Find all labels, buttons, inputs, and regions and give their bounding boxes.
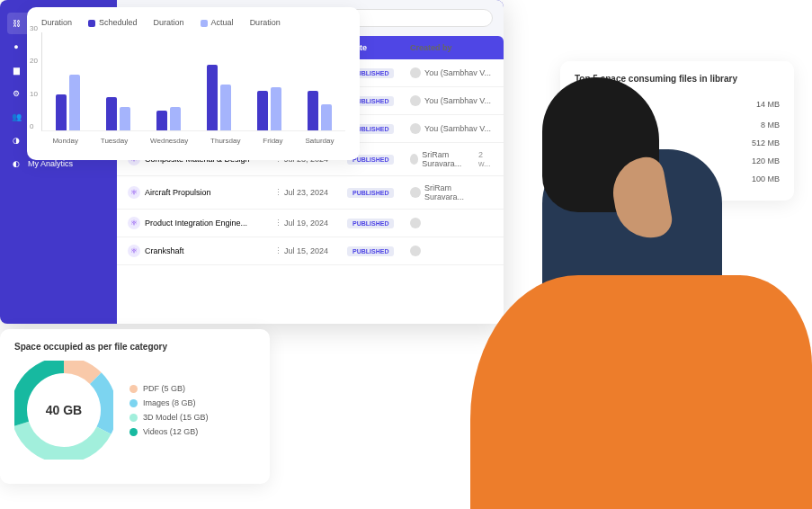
file-size: 8 MB [761, 121, 780, 129]
legend-item: Videos (12 GB) [129, 427, 209, 436]
legend-scheduled: Scheduled [99, 18, 138, 27]
avatar [410, 95, 421, 106]
row-created-by: SriRam Suravara... [424, 183, 493, 201]
bar [120, 107, 130, 130]
avatar [410, 154, 418, 165]
donut-legend: PDF (5 GB)Images (8 GB)3D Model (15 GB)V… [129, 379, 209, 442]
legend-item: PDF (5 GB) [129, 384, 209, 393]
legend-dot [129, 428, 138, 436]
legend-label: Images (8 GB) [143, 398, 196, 407]
file-row[interactable]: 512 MB [575, 134, 780, 152]
state-badge: PUBLISHED [347, 246, 394, 256]
chart-x-axis: MondayTuesdayWednesdayThursdayFridaySatu… [41, 137, 345, 145]
file-name: IMG [594, 99, 610, 108]
bar [308, 91, 318, 130]
row-date: Jul 15, 2024 [284, 246, 347, 255]
x-tick-label: Tuesday [101, 137, 128, 145]
table-row[interactable]: ⚛Aircraft Propulsion⋮Jul 23, 2024PUBLISH… [117, 176, 504, 210]
legend-item: Images (8 GB) [129, 398, 209, 407]
bar [321, 104, 332, 130]
file-thumb-icon [575, 97, 589, 112]
legend-dur: Duration [41, 18, 72, 27]
table-row[interactable]: ⚛Crankshaft⋮Jul 15, 2024PUBLISHED [117, 237, 504, 265]
bar [220, 85, 231, 130]
row-title: Product Integration Engine... [145, 219, 247, 228]
row-created-by: You (Sambhav V... [424, 68, 491, 77]
donut-center-label: 40 GB [40, 386, 88, 434]
file-row[interactable]: IMG14 MB [575, 93, 780, 116]
file-row[interactable]: 8 MB [575, 116, 780, 134]
x-tick-label: Thursday [210, 137, 240, 145]
file-size: 100 MB [752, 174, 780, 183]
donut-chart: 40 GB [14, 361, 113, 460]
avatar [410, 123, 421, 134]
file-size: 14 MB [756, 100, 780, 109]
journey-icon: ⚛ [128, 217, 140, 229]
legend-label: PDF (5 GB) [143, 384, 185, 393]
x-tick-label: Wednesday [150, 137, 188, 145]
legend-label: 3D Model (15 GB) [143, 413, 209, 422]
state-badge: PUBLISHED [347, 219, 394, 228]
avatar [410, 187, 421, 198]
chart-icon: ◑ [11, 135, 22, 146]
state-badge: PUBLISHED [347, 188, 394, 198]
folder-icon: ▆ [11, 65, 22, 76]
file-size: 120 MB [752, 156, 780, 165]
legend-dur: Duration [154, 18, 184, 27]
row-date: Jul 19, 2024 [284, 219, 347, 228]
bar [56, 94, 67, 130]
x-tick-label: Saturday [305, 137, 334, 145]
legend-label: Videos (12 GB) [143, 427, 198, 436]
legend-dur: Duration [250, 18, 281, 27]
avatar [410, 218, 421, 228]
card-title: Space occupied as per file category [14, 342, 255, 352]
row-created-by: SriRam Suravara... [422, 150, 475, 168]
row-menu-icon[interactable]: ⋮ [272, 188, 284, 197]
x-tick-label: Friday [263, 137, 282, 145]
journey-icon: ⚛ [128, 245, 140, 257]
bar [170, 107, 181, 130]
legend-actual: Actual [211, 18, 234, 27]
avatar [410, 246, 421, 256]
file-row[interactable]: 120 MB [575, 152, 780, 170]
gear-icon: ⚙ [11, 88, 22, 99]
col-header-by[interactable]: Created by [410, 43, 493, 52]
route-icon: ⛓ [11, 18, 22, 29]
row-date: Jul 23, 2024 [284, 188, 347, 197]
book-icon: ● [11, 41, 22, 52]
table-row[interactable]: ⚛Product Integration Engine...⋮Jul 19, 2… [117, 210, 504, 237]
bar [69, 75, 80, 130]
donut-slice [64, 365, 95, 379]
legend-item: 3D Model (15 GB) [129, 413, 209, 422]
legend-dot [129, 399, 138, 407]
row-title: Aircraft Propulsion [145, 188, 211, 197]
duration-bar-chart: Duration Scheduled Duration Actual Durat… [27, 7, 360, 160]
row-title: Crankshaft [145, 246, 184, 255]
top-files-card: Top 5 space consuming files in library I… [560, 61, 794, 201]
file-row[interactable]: 100 MB [575, 170, 780, 188]
bar [207, 65, 218, 130]
row-menu-icon[interactable]: ⋮ [272, 219, 284, 228]
bar [271, 87, 281, 130]
row-created-by: You (Sambhav V... [424, 96, 491, 105]
bar [106, 97, 117, 130]
avatar [410, 67, 421, 78]
bar [156, 111, 167, 130]
x-tick-label: Monday [52, 137, 77, 145]
file-size: 512 MB [752, 138, 780, 147]
bar [257, 91, 268, 130]
row-created-by: You (Sambhav V... [424, 124, 491, 133]
space-donut-card: Space occupied as per file category 40 G… [0, 329, 270, 484]
sidebar-item-label: My Analytics [28, 159, 73, 168]
legend-dot [129, 414, 138, 422]
chart-plot: 0102030 [41, 32, 345, 131]
donut-slice [95, 379, 109, 431]
chart-icon: ◐ [11, 158, 22, 169]
card-title: Top 5 space consuming files in library [575, 74, 780, 84]
legend-dot [129, 385, 138, 393]
journey-icon: ⚛ [128, 186, 140, 199]
chart-legend: Duration Scheduled Duration Actual Durat… [41, 18, 345, 27]
users-icon: 👥 [11, 112, 22, 122]
row-menu-icon[interactable]: ⋮ [272, 246, 284, 255]
